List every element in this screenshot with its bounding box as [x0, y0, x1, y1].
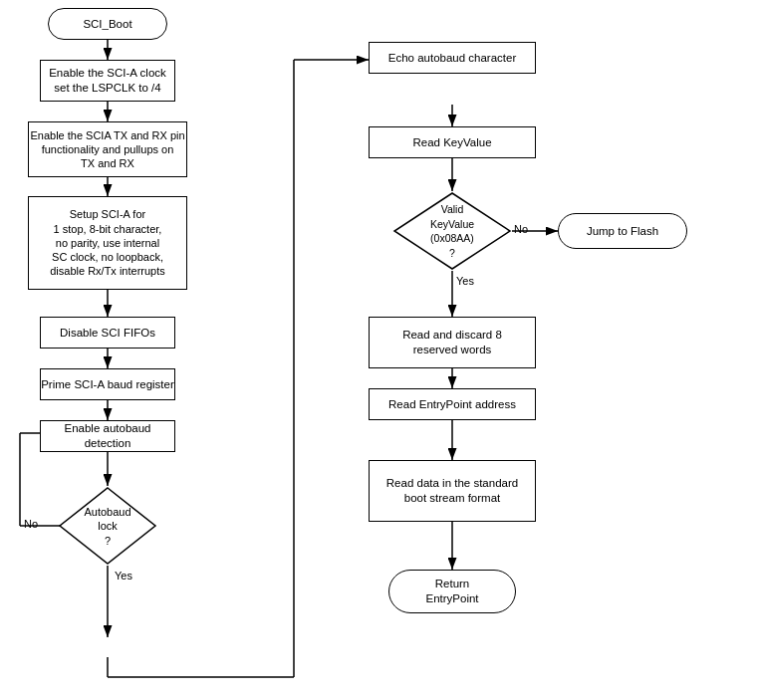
enable-autobaud-label: Enable autobaud detection [41, 421, 174, 451]
enable-autobaud-node: Enable autobaud detection [40, 420, 175, 452]
disable-fifo-label: Disable SCI FIFOs [60, 326, 155, 341]
jump-to-flash-label: Jump to Flash [587, 224, 658, 239]
valid-no-label: No [514, 223, 528, 235]
sci-boot-label: SCI_Boot [83, 17, 131, 32]
return-entrypoint-label: Return EntryPoint [425, 577, 478, 606]
setup-scia-label: Setup SCI-A for 1 stop, 8-bit character,… [50, 207, 165, 278]
jump-to-flash-node: Jump to Flash [558, 213, 687, 249]
prime-baud-label: Prime SCI-A baud register [41, 377, 174, 392]
read-entrypoint-node: Read EntryPoint address [369, 388, 536, 420]
svg-marker-23 [60, 488, 155, 564]
autobaud-diamond: Autobaud lock ? [58, 486, 157, 566]
enable-clock-label: Enable the SCI-A clock set the LSPCLK to… [49, 66, 166, 96]
valid-keyvalue-diamond: Valid KeyValue (0x08AA) ? [392, 191, 512, 271]
autobaud-yes-label: Yes [115, 570, 132, 582]
read-data-label: Read data in the standard boot stream fo… [386, 476, 518, 506]
sci-boot-node: SCI_Boot [48, 8, 167, 40]
enable-pins-label: Enable the SCIA TX and RX pin functional… [30, 128, 184, 171]
flowchart: SCI_Boot Enable the SCI-A clock set the … [0, 0, 758, 700]
echo-autobaud-node: Echo autobaud character [369, 42, 536, 74]
read-entrypoint-label: Read EntryPoint address [388, 397, 516, 412]
setup-scia-node: Setup SCI-A for 1 stop, 8-bit character,… [28, 196, 187, 290]
enable-pins-node: Enable the SCIA TX and RX pin functional… [28, 121, 187, 177]
valid-yes-label: Yes [456, 275, 474, 287]
autobaud-no-label: No [24, 518, 38, 530]
read-discard-node: Read and discard 8 reserved words [369, 317, 536, 368]
read-keyvalue-label: Read KeyValue [412, 135, 491, 150]
disable-fifo-node: Disable SCI FIFOs [40, 317, 175, 349]
svg-marker-24 [394, 193, 510, 269]
enable-clock-node: Enable the SCI-A clock set the LSPCLK to… [40, 60, 175, 102]
echo-autobaud-label: Echo autobaud character [388, 51, 517, 66]
return-entrypoint-node: Return EntryPoint [388, 570, 516, 613]
read-discard-label: Read and discard 8 reserved words [402, 328, 502, 357]
read-data-node: Read data in the standard boot stream fo… [369, 460, 536, 522]
read-keyvalue-node: Read KeyValue [369, 126, 536, 158]
prime-baud-node: Prime SCI-A baud register [40, 368, 175, 400]
